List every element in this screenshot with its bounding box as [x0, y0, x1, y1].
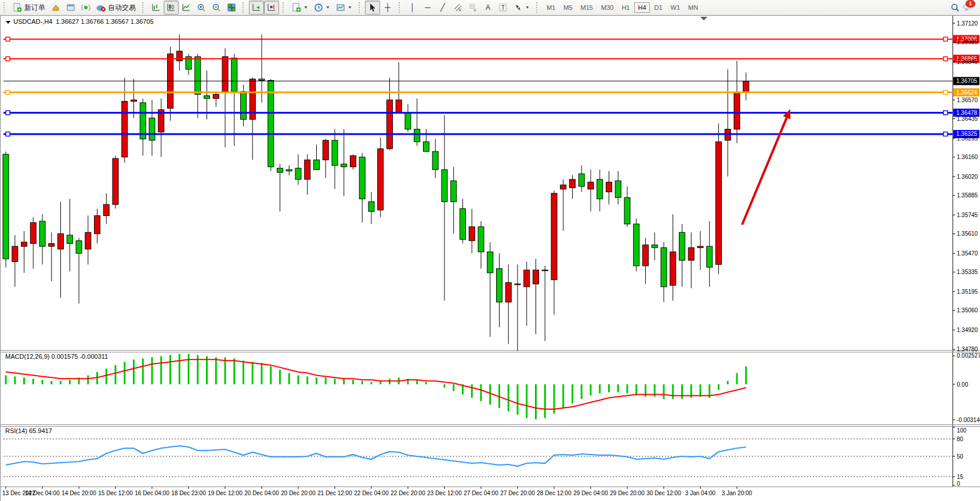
signals-icon [81, 3, 91, 12]
bar-chart-button[interactable] [149, 1, 164, 15]
templates-button[interactable]: ▾ [333, 1, 355, 15]
line-chart-button[interactable] [179, 1, 194, 15]
toolbar-grip[interactable] [142, 2, 146, 13]
toolbar-grip[interactable] [3, 2, 8, 13]
line-handle[interactable] [6, 111, 10, 115]
text-label-tool[interactable]: T [496, 1, 511, 15]
toolbar-grip[interactable] [536, 2, 540, 13]
market-watch-button[interactable] [48, 1, 63, 15]
line-handle[interactable] [943, 37, 948, 41]
candle-body [332, 140, 338, 165]
toolbar-grip[interactable] [399, 2, 403, 13]
macd-value-main: 0.001575 [51, 353, 78, 360]
candle-body [176, 51, 182, 61]
candle-body [487, 252, 493, 273]
chevron-down-icon: ▾ [348, 3, 352, 12]
new-order-button[interactable]: 新订单 [10, 1, 48, 15]
timeframe-h4[interactable]: H4 [634, 2, 649, 13]
toolbar-grip[interactable] [359, 2, 363, 13]
signals-button[interactable] [78, 1, 93, 15]
line-handle[interactable] [943, 91, 948, 95]
candle-body [85, 232, 91, 249]
candle-body [314, 160, 320, 170]
timeframe-m30[interactable]: M30 [598, 2, 617, 13]
timeframe-m1[interactable]: M1 [543, 2, 559, 13]
timeframe-d1[interactable]: D1 [651, 2, 666, 13]
data-window-button[interactable] [63, 1, 78, 15]
macd-axis-label: 0.00 [957, 381, 968, 388]
line-handle[interactable] [6, 37, 10, 41]
candlestick-chart-button[interactable] [164, 1, 179, 15]
fibonacci-tool[interactable]: F [465, 1, 480, 15]
candle-body [195, 57, 201, 95]
chart-area[interactable]: 1.370061.368651.367051.366241.364781.363… [0, 0, 980, 501]
svg-text:F: F [474, 9, 476, 12]
candle-body [515, 284, 520, 284]
zoom-out-button[interactable] [209, 1, 224, 15]
horizontal-line-tool[interactable]: ─ [420, 1, 435, 15]
toolbar-grip[interactable] [243, 2, 247, 13]
candle-body [378, 149, 384, 210]
candle-body [505, 283, 511, 302]
fibonacci-icon: F [468, 3, 478, 12]
bar-low: 1.36567 [106, 18, 129, 25]
candle-body [305, 160, 310, 179]
price-axis-label: 1.35885 [957, 192, 978, 199]
candle-body [615, 181, 621, 197]
candle-body [414, 129, 420, 142]
candle-body [634, 224, 639, 266]
arrows-tool[interactable]: ▾ [511, 1, 533, 15]
candle-body [478, 227, 484, 252]
line-handle[interactable] [6, 57, 10, 61]
price-axis-label: 1.35745 [957, 212, 978, 218]
zoom-in-button[interactable] [194, 1, 209, 15]
price-axis-label: 1.36985 [957, 39, 978, 45]
candle-body [560, 185, 566, 189]
chevron-down-icon: ▾ [326, 3, 330, 12]
candle-body [12, 246, 18, 261]
channel-icon: E [453, 3, 462, 12]
line-handle[interactable] [6, 91, 10, 95]
timeframe-m15[interactable]: M15 [577, 2, 596, 13]
new-chart-button[interactable]: ▾ [289, 1, 311, 15]
chat-button[interactable]: 1 [963, 2, 972, 13]
macd-label: MACD(12,26,9) 0.001575 -0.000311 [5, 353, 108, 360]
candle-body [131, 100, 137, 101]
timeframe-w1[interactable]: W1 [667, 2, 684, 13]
text-tool[interactable]: A [480, 1, 496, 15]
auto-scroll-button[interactable] [249, 1, 264, 15]
tile-windows-button[interactable] [224, 1, 239, 15]
zoom-out-icon [212, 3, 221, 12]
vertical-line-tool[interactable]: │ [405, 1, 420, 15]
line-handle[interactable] [6, 132, 10, 136]
line-handle[interactable] [943, 111, 948, 115]
crosshair-button[interactable]: ┼ [380, 1, 395, 15]
line-handle[interactable] [943, 132, 948, 136]
auto-trading-button[interactable]: 自动交易 [93, 1, 139, 15]
candle-body [679, 232, 685, 260]
toolbar-grip[interactable] [283, 2, 287, 13]
search-button[interactable] [948, 1, 963, 15]
channel-tool[interactable]: E [450, 1, 465, 15]
bar-high: 1.36766 [81, 18, 104, 25]
candle-body [341, 164, 347, 167]
chevron-down-icon: ▾ [303, 3, 308, 12]
time-axis-label: 27 Dec 04:00 [464, 490, 498, 496]
search-icon [950, 3, 960, 12]
chart-shift-marker[interactable] [700, 17, 707, 20]
symbol-dropdown-icon[interactable] [6, 21, 10, 24]
candle-body [524, 270, 530, 287]
timeframe-m5[interactable]: M5 [560, 2, 576, 13]
timeframe-mn[interactable]: MN [685, 2, 701, 13]
line-handle[interactable] [943, 57, 948, 61]
rsi-label: RSI(14) 65.9417 [5, 427, 52, 434]
bar-close: 1.36705 [131, 18, 154, 25]
price-tag-value: 1.36705 [956, 78, 978, 84]
trendline-tool[interactable]: ╱ [435, 1, 450, 15]
cursor-button[interactable] [365, 1, 380, 15]
chart-shift-button[interactable] [264, 1, 279, 15]
period-button[interactable]: ▾ [311, 1, 333, 15]
candle-body [204, 96, 210, 99]
candle-body [432, 152, 438, 170]
timeframe-h1[interactable]: H1 [618, 2, 633, 13]
